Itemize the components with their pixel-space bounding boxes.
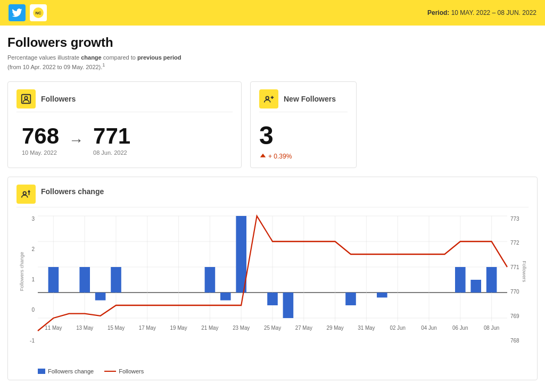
svg-text:11 May: 11 May xyxy=(45,324,62,330)
footer: NC NapoleonCat. 4 xyxy=(0,390,545,392)
y-right-772: 772 xyxy=(510,240,519,246)
svg-text:02 Jun: 02 Jun xyxy=(390,324,406,330)
cards-row: Followers 768 10 May. 2022 → 771 08 Jun.… xyxy=(7,81,538,168)
y-left-2: 2 xyxy=(31,246,35,252)
bar-07jun xyxy=(470,280,481,293)
legend-line-label: Followers xyxy=(119,368,144,374)
svg-text:25 May: 25 May xyxy=(264,324,282,330)
svg-text:17 May: 17 May xyxy=(139,324,156,330)
bar-06jun xyxy=(455,267,466,293)
period-label: Period: xyxy=(427,9,449,16)
svg-text:06 Jun: 06 Jun xyxy=(452,324,468,330)
svg-text:15 May: 15 May xyxy=(108,324,125,330)
y-right-769: 769 xyxy=(510,313,519,319)
page-title: Followers growth xyxy=(7,35,538,50)
new-followers-card-header: New Followers xyxy=(259,89,348,112)
followers-end: 771 08 Jun. 2022 xyxy=(93,125,130,156)
y-right-771: 771 xyxy=(510,264,519,270)
bar-29may xyxy=(345,293,356,305)
bar-23may xyxy=(236,216,246,293)
followers-start: 768 10 May. 2022 xyxy=(22,125,59,156)
y-left-3: 3 xyxy=(31,216,35,222)
chart-legend: Followers change Followers xyxy=(16,368,529,374)
chart-container: 3 2 1 0 -1 773 772 771 770 769 768 xyxy=(16,216,529,365)
header-logos: NC xyxy=(9,4,47,21)
new-followers-card: New Followers 3 + 0.39% xyxy=(250,81,357,168)
napoleoncat-logo-small: NC xyxy=(30,4,47,21)
subtitle-text3: (from 10 Apr. 2022 to 09 May. 2022).1 xyxy=(7,64,105,70)
bar-22may xyxy=(220,293,231,301)
y-right-773: 773 xyxy=(510,216,519,222)
svg-text:NC: NC xyxy=(35,11,42,15)
y-left-1: 1 xyxy=(31,277,35,282)
subtitle: Percentage values illustrate change comp… xyxy=(7,53,538,72)
followers-end-value: 771 xyxy=(93,125,130,147)
period-value: 10 MAY. 2022 – 08 JUN. 2022 xyxy=(451,9,536,16)
followers-card-header: Followers xyxy=(16,89,233,112)
followers-start-date: 10 May. 2022 xyxy=(22,149,59,156)
new-followers-icon xyxy=(259,89,278,109)
chart-svg-area: 11 May 13 May 15 May 17 May 19 May 21 Ma… xyxy=(38,216,507,344)
period-text: Period: 10 MAY. 2022 – 08 JUN. 2022 xyxy=(427,9,536,16)
bar-15may xyxy=(111,267,121,293)
followers-icon xyxy=(16,89,36,109)
legend-line-item: Followers xyxy=(104,368,144,374)
arrow-icon: → xyxy=(69,132,84,149)
subtitle-bold1: change xyxy=(81,54,102,61)
new-followers-change-text: + 0.39% xyxy=(268,153,292,160)
twitter-icon xyxy=(9,4,26,21)
legend-bar-color xyxy=(38,369,45,374)
subtitle-text1: Percentage values illustrate xyxy=(7,54,81,61)
subtitle-bold2: previous period xyxy=(137,54,181,61)
new-followers-change: + 0.39% xyxy=(259,153,348,160)
svg-text:04 Jun: 04 Jun xyxy=(421,324,436,330)
legend-bar-item: Followers change xyxy=(38,368,94,374)
chart-svg: 11 May 13 May 15 May 17 May 19 May 21 Ma… xyxy=(38,216,507,344)
svg-point-7 xyxy=(23,191,27,195)
subtitle-text2: compared to xyxy=(102,54,137,61)
y-right-768: 768 xyxy=(510,338,519,344)
svg-text:27 May: 27 May xyxy=(295,324,313,330)
chart-card-header: Followers change xyxy=(16,185,529,207)
y-left-0: 0 xyxy=(31,307,35,313)
chart-card: Followers change 3 2 1 0 -1 773 772 771 … xyxy=(7,177,538,380)
followers-card: Followers 768 10 May. 2022 → 771 08 Jun.… xyxy=(7,81,242,168)
svg-text:21 May: 21 May xyxy=(201,324,219,330)
svg-text:23 May: 23 May xyxy=(233,324,250,330)
y-left-neg1: -1 xyxy=(30,338,35,344)
svg-text:13 May: 13 May xyxy=(76,324,94,330)
svg-point-4 xyxy=(266,96,269,99)
svg-point-3 xyxy=(24,96,28,99)
followers-start-value: 768 xyxy=(22,125,59,147)
bar-13may xyxy=(79,267,90,293)
bar-25may xyxy=(283,293,294,318)
bar-24may xyxy=(267,293,278,305)
header: NC Period: 10 MAY. 2022 – 08 JUN. 2022 xyxy=(0,0,545,26)
svg-text:Followers: Followers xyxy=(522,261,527,282)
svg-text:29 May: 29 May xyxy=(327,324,344,330)
bar-11may xyxy=(48,267,59,293)
chart-title: Followers change xyxy=(41,187,104,196)
legend-line-color xyxy=(104,371,116,372)
new-followers-card-title: New Followers xyxy=(284,95,336,103)
followers-card-title: Followers xyxy=(41,95,76,103)
svg-text:31 May: 31 May xyxy=(358,324,375,330)
svg-text:Followers change: Followers change xyxy=(19,252,24,291)
y-right-770: 770 xyxy=(510,289,519,295)
chart-icon xyxy=(16,185,36,204)
bar-14may xyxy=(95,293,106,301)
followers-end-date: 08 Jun. 2022 xyxy=(93,149,130,156)
svg-text:19 May: 19 May xyxy=(170,324,188,330)
bar-21may xyxy=(205,267,216,293)
legend-bar-label: Followers change xyxy=(48,368,94,374)
main-content: Followers growth Percentage values illus… xyxy=(0,26,545,388)
bar-31may xyxy=(377,293,387,297)
new-followers-value: 3 xyxy=(259,121,348,151)
followers-values: 768 10 May. 2022 → 771 08 Jun. 2022 xyxy=(16,121,233,160)
bar-08jun xyxy=(486,267,497,293)
svg-text:08 Jun: 08 Jun xyxy=(484,324,499,330)
